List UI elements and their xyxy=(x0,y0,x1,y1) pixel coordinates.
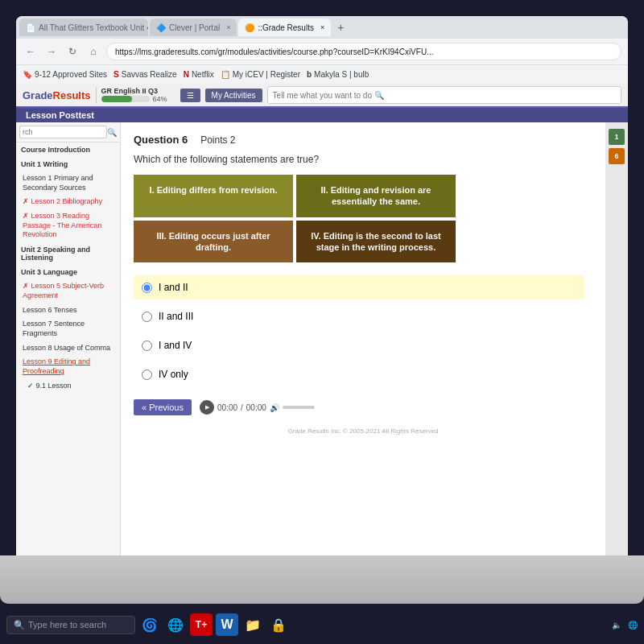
radio-input-4[interactable] xyxy=(142,369,152,380)
answer-grid: I. Editing differs from revision. II. Ed… xyxy=(134,175,456,262)
bookmark-icon-4: 📋 xyxy=(221,70,230,79)
tab-label-2: Clever | Portal xyxy=(169,23,220,32)
search-icon: 🔍 xyxy=(107,128,117,137)
bookmark-icon-2: S xyxy=(114,70,119,79)
logo-grade: Grade xyxy=(23,89,53,101)
taskbar-icon-windows[interactable]: 🌀 xyxy=(138,613,161,636)
progress-fill xyxy=(101,96,132,102)
grid-icon-button[interactable]: ☰ xyxy=(180,89,200,102)
bookmark-bulb[interactable]: b Makyla S | bulb xyxy=(307,70,369,79)
tab-close-3[interactable]: × xyxy=(320,23,324,31)
sidebar-search-container: 🔍 xyxy=(16,122,120,142)
tab-label-1: All That Glitters Textbook Unit 4... xyxy=(39,23,148,32)
radio-options: I and II II and III I and IV IV only xyxy=(134,275,584,386)
my-activities-label: My Activities xyxy=(212,91,256,100)
page-layout: GradeResults GR English II Q3 64% ☰ My A… xyxy=(16,84,628,564)
sidebar-item-lesson1[interactable]: Lesson 1 Primary and Secondary Sources xyxy=(16,171,120,195)
sidebar: 🔍 Course Introduction Unit 1 Writing Les… xyxy=(16,122,121,564)
right-panel-num-2: 6 xyxy=(614,152,618,160)
radio-input-1[interactable] xyxy=(142,283,152,293)
bookmark-label-2: Savvas Realize xyxy=(122,70,177,79)
nav-refresh-button[interactable]: ↻ xyxy=(64,43,80,60)
sidebar-section-label-course: Course Introduction xyxy=(21,146,90,154)
tab-clever[interactable]: 🔷 Clever | Portal × xyxy=(150,19,237,36)
bookmark-label-5: Makyla S | bulb xyxy=(314,70,369,79)
taskbar-icon-lock[interactable]: 🔒 xyxy=(267,613,290,636)
sidebar-item-lesson3[interactable]: ✗ Lesson 3 Reading Passage - The America… xyxy=(16,209,120,242)
lesson-posttest-bar: Lesson Posttest xyxy=(16,108,628,122)
volume-slider[interactable] xyxy=(283,406,315,409)
sidebar-section-label-unit1: Unit 1 Writing xyxy=(21,160,68,168)
sidebar-item-lesson6[interactable]: Lesson 6 Tenses xyxy=(16,303,120,318)
answer-cell-IV-text: IV. Editing is the second to last stage … xyxy=(311,231,441,252)
bookmark-netflix[interactable]: N Netflix xyxy=(184,70,214,79)
tab-label-3: ::Grade Results xyxy=(258,23,313,32)
audio-time-total: 00:00 xyxy=(246,403,266,412)
sidebar-lesson2-label: Lesson 2 Bibliography xyxy=(31,197,103,205)
sidebar-lesson5-label: Lesson 5 Subject-Verb Agreement xyxy=(23,282,104,299)
taskbar-icon-word[interactable]: W xyxy=(216,613,238,636)
tab-all-that-glitters[interactable]: 📄 All That Glitters Textbook Unit 4... × xyxy=(19,19,148,36)
tab-close-2[interactable]: × xyxy=(226,23,230,31)
sidebar-item-subitem[interactable]: ✓ 9.1 Lesson xyxy=(16,379,120,394)
address-bar-row: ← → ↻ ⌂ https://lms.graderesults.com/gr/… xyxy=(16,39,628,64)
sidebar-item-lesson7[interactable]: Lesson 7 Sentence Fragments xyxy=(16,317,120,341)
my-activities-button[interactable]: My Activities xyxy=(205,89,262,102)
tab-favicon-2: 🔷 xyxy=(156,23,166,32)
sidebar-lesson6-label: Lesson 6 Tenses xyxy=(23,306,76,314)
radio-label-4: IV only xyxy=(159,369,188,380)
radio-option-4[interactable]: IV only xyxy=(134,362,584,386)
nav-home-button[interactable]: ⌂ xyxy=(85,43,101,60)
sidebar-item-lesson5[interactable]: ✗ Lesson 5 Subject-Verb Agreement xyxy=(16,279,120,303)
taskbar-time: 🔈 xyxy=(612,621,621,630)
content-area: 🔍 Course Introduction Unit 1 Writing Les… xyxy=(16,122,628,564)
radio-option-3[interactable]: I and IV xyxy=(134,333,584,357)
previous-button[interactable]: « Previous xyxy=(134,399,192,415)
volume-icon[interactable]: 🔊 xyxy=(270,403,279,412)
right-panel-item-2: 6 xyxy=(609,148,625,164)
sidebar-search-input[interactable] xyxy=(19,126,107,138)
tab-new[interactable]: + xyxy=(332,19,349,36)
sidebar-item-lesson2[interactable]: ✗ Lesson 2 Bibliography xyxy=(16,195,120,209)
answer-cell-IV: IV. Editing is the second to last stage … xyxy=(296,221,456,263)
taskbar-search-label: Type here to search xyxy=(28,620,106,630)
taskbar: 🔍 Type here to search 🌀 🌐 T+ W 📁 🔒 🔈 🌐 xyxy=(0,605,644,644)
taskbar-icon-files[interactable]: 📁 xyxy=(242,613,264,636)
radio-option-1[interactable]: I and II xyxy=(134,275,584,299)
radio-option-2[interactable]: II and III xyxy=(134,304,584,328)
tab-grade-results[interactable]: 🟠 ::Grade Results × xyxy=(238,19,331,36)
sidebar-section-unit1: Unit 1 Writing xyxy=(16,157,120,171)
bookmark-label-1: 9-12 Approved Sites xyxy=(35,70,107,79)
taskbar-icon-teams[interactable]: T+ xyxy=(190,613,213,636)
footer-text: Grade Results Inc. © 2005-2021 All Right… xyxy=(288,427,439,435)
radio-label-3: I and IV xyxy=(159,340,192,351)
bookmark-icev[interactable]: 📋 My iCEV | Register xyxy=(221,70,300,79)
bookmark-approved-sites[interactable]: 🔖 9-12 Approved Sites xyxy=(23,70,107,79)
taskbar-icon-edge[interactable]: 🌐 xyxy=(164,613,187,636)
gr-search-input[interactable] xyxy=(267,86,621,104)
course-info-block: GR English II Q3 64% xyxy=(101,87,167,103)
lesson-posttest-label: Lesson Posttest xyxy=(26,110,94,120)
sidebar-item-lesson8[interactable]: Lesson 8 Usage of Comma xyxy=(16,341,120,356)
radio-input-3[interactable] xyxy=(142,341,152,351)
radio-input-2[interactable] xyxy=(142,312,152,322)
taskbar-search[interactable]: 🔍 Type here to search xyxy=(6,616,135,634)
answer-cell-I: I. Editing differs from revision. xyxy=(134,175,293,217)
sidebar-lesson7-label: Lesson 7 Sentence Fragments xyxy=(23,320,85,337)
divider xyxy=(96,87,97,103)
audio-time-current: 00:00 xyxy=(217,403,237,412)
footer-text-container: Grade Results Inc. © 2005-2021 All Right… xyxy=(134,422,592,436)
audio-time-separator: / xyxy=(241,403,243,412)
play-button[interactable] xyxy=(200,400,214,415)
bookmark-savvas[interactable]: S Savvas Realize xyxy=(114,70,177,79)
sidebar-lesson3-label: Lesson 3 Reading Passage - The American … xyxy=(23,212,101,238)
taskbar-search-icon: 🔍 xyxy=(14,620,25,630)
right-panel-num-1: 1 xyxy=(614,133,618,141)
laptop-bottom-bezel xyxy=(0,555,644,604)
sidebar-item-lesson9[interactable]: Lesson 9 Editing and Proofreading xyxy=(16,355,120,378)
sidebar-section-label-unit3: Unit 3 Language xyxy=(21,268,77,276)
nav-forward-button[interactable]: → xyxy=(43,43,60,60)
tab-favicon-1: 📄 xyxy=(26,23,35,32)
address-bar[interactable]: https://lms.graderesults.com/gr/modules/… xyxy=(106,43,621,60)
nav-back-button[interactable]: ← xyxy=(23,43,39,60)
